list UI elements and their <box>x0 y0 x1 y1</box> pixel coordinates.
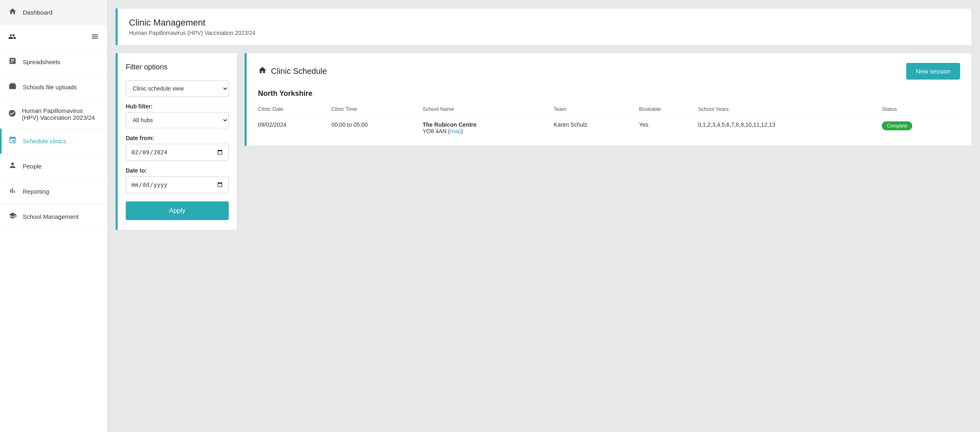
spreadsheet-icon <box>8 57 17 67</box>
content-row: Filter options Clinic schedule view Hub … <box>116 53 972 230</box>
cell-school-years: 0,1,2,3,4,5,6,7,8,9,10,11,12,13 <box>698 117 882 136</box>
people-group-icon <box>8 32 16 42</box>
col-school-name: School Name <box>423 104 554 117</box>
cell-bookable: Yes <box>639 117 698 136</box>
sidebar-item-school-management[interactable]: School Management <box>0 204 107 229</box>
filter-date-from-section: Date from: <box>126 135 229 161</box>
sidebar-item-spreadsheets[interactable]: Spreadsheets <box>0 50 107 75</box>
apply-button[interactable]: Apply <box>126 201 229 220</box>
schedule-home-icon <box>258 66 267 77</box>
col-clinic-date: Clinic Date <box>258 104 331 117</box>
cell-school-name: The Rubicon Centre YO8 4AN (map) <box>423 117 554 136</box>
schedule-panel: Clinic Schedule New session North Yorksh… <box>245 53 972 146</box>
main-content: Clinic Management Human Papillomavirus (… <box>107 0 980 432</box>
schedule-table: Clinic Date Clinic Time School Name Team… <box>258 104 960 136</box>
hub-select[interactable]: All hubs <box>126 112 229 128</box>
school-name: The Rubicon Centre <box>423 121 477 128</box>
sidebar-label-hpv: Human Papillomavirus (HPV) Vaccination 2… <box>22 107 99 121</box>
hub-filter-label: Hub filter: <box>126 103 229 110</box>
col-clinic-time: Clinic Time <box>331 104 423 117</box>
col-school-years: School Years <box>698 104 882 117</box>
sidebar-item-schedule-clinics[interactable]: Schedule clinics <box>0 129 107 154</box>
schedule-title-text: Clinic Schedule <box>271 67 327 76</box>
filter-hub-section: Hub filter: All hubs <box>126 103 229 128</box>
sidebar-label-school-management: School Management <box>23 213 79 220</box>
date-to-label: Date to: <box>126 167 229 174</box>
view-select[interactable]: Clinic schedule view <box>126 80 229 97</box>
header-card: Clinic Management Human Papillomavirus (… <box>116 8 972 45</box>
sidebar: Dashboard Spreadsheets Schools file uplo… <box>0 0 107 432</box>
col-team: Team <box>554 104 639 117</box>
date-from-label: Date from: <box>126 135 229 141</box>
region-title: North Yorkshire <box>258 89 960 98</box>
col-status: Status <box>882 104 960 117</box>
home-icon <box>8 7 17 17</box>
postcode: YO8 4AN (map) <box>423 128 463 134</box>
sidebar-item-schools-file-uploads[interactable]: Schools file uploads <box>0 75 107 100</box>
sidebar-item-people[interactable]: People <box>0 154 107 179</box>
schedule-title: Clinic Schedule <box>258 66 327 77</box>
date-to-input[interactable] <box>126 176 229 193</box>
sidebar-item-hpv[interactable]: Human Papillomavirus (HPV) Vaccination 2… <box>0 100 107 129</box>
filter-date-to-section: Date to: <box>126 167 229 193</box>
calendar-icon <box>8 136 17 146</box>
page-title: Clinic Management <box>129 17 960 28</box>
table-row: 09/02/2024 00:00 to 05:00 The Rubicon Ce… <box>258 117 960 136</box>
filter-title: Filter options <box>126 63 229 71</box>
school-icon <box>8 212 17 222</box>
schedule-header: Clinic Schedule New session <box>258 63 960 80</box>
person-icon <box>8 161 17 171</box>
virus-icon <box>8 109 16 119</box>
briefcase-icon <box>8 82 17 92</box>
col-bookable: Bookable <box>639 104 698 117</box>
sidebar-label-spreadsheets: Spreadsheets <box>23 58 60 65</box>
sidebar-item-dashboard[interactable]: Dashboard <box>0 0 107 25</box>
sidebar-label-schedule-clinics: Schedule clinics <box>23 138 67 145</box>
hamburger-icon[interactable] <box>91 32 99 42</box>
sidebar-label-dashboard: Dashboard <box>23 9 52 16</box>
cell-clinic-time: 00:00 to 05:00 <box>331 117 423 136</box>
date-from-input[interactable] <box>126 144 229 161</box>
sidebar-item-reporting[interactable]: Reporting <box>0 179 107 204</box>
chart-bar-icon <box>8 186 17 197</box>
new-session-button[interactable]: New session <box>906 63 960 80</box>
map-link[interactable]: map <box>450 128 461 134</box>
filter-panel: Filter options Clinic schedule view Hub … <box>116 53 237 230</box>
status-badge: Complete <box>882 121 912 130</box>
sidebar-label-reporting: Reporting <box>23 188 49 195</box>
cell-clinic-date: 09/02/2024 <box>258 117 331 136</box>
page-subtitle: Human Papillomavirus (HPV) Vaccination 2… <box>129 30 960 36</box>
sidebar-label-schools-file-uploads: Schools file uploads <box>23 84 77 91</box>
table-header-row: Clinic Date Clinic Time School Name Team… <box>258 104 960 117</box>
sidebar-label-people: People <box>23 163 42 170</box>
filter-view-section: Clinic schedule view <box>126 80 229 97</box>
cell-team: Karen Schulz <box>554 117 639 136</box>
cell-status: Complete <box>882 117 960 136</box>
sidebar-group-header[interactable] <box>0 25 107 50</box>
